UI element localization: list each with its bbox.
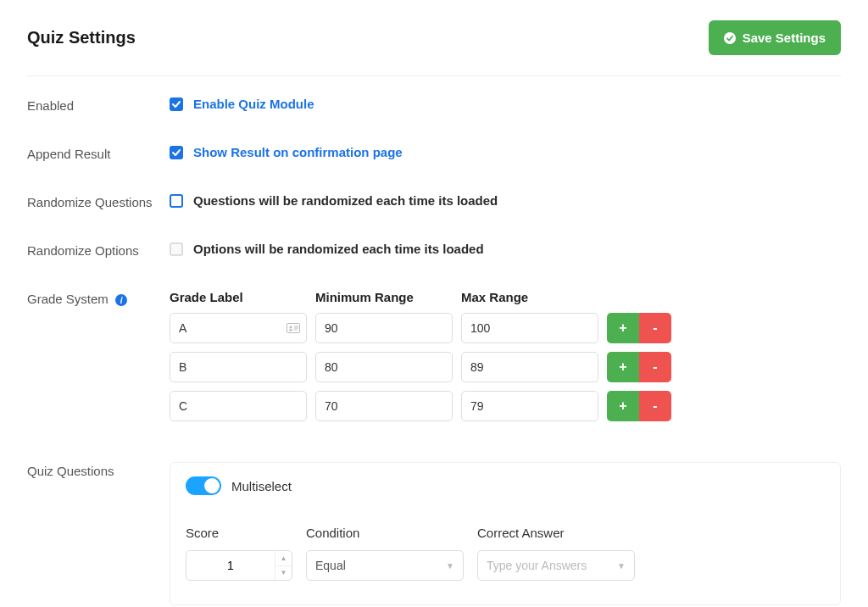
quiz-questions-panel: Multiselect Score Condition Correct Answ…: [170, 462, 841, 605]
grade-max-input[interactable]: [461, 352, 598, 382]
id-card-icon: [287, 323, 300, 333]
setting-label-enabled: Enabled: [27, 97, 170, 113]
grade-add-button[interactable]: +: [607, 391, 639, 421]
grade-header-row: Grade Label Minimum Range Max Range: [170, 290, 841, 304]
question-header-row: Score Condition Correct Answer: [186, 526, 825, 540]
grade-min-input[interactable]: [315, 352, 453, 382]
toggle-knob: [204, 478, 220, 493]
grade-max-input[interactable]: [461, 391, 598, 421]
question-col-condition: Condition: [306, 526, 464, 540]
grade-row: +-: [170, 313, 841, 343]
grade-remove-button[interactable]: -: [639, 352, 671, 382]
grade-system-text: Grade System: [27, 292, 108, 306]
multiselect-label: Multiselect: [231, 479, 292, 493]
setting-row-enabled: Enabled Enable Quiz Module: [27, 97, 841, 113]
chevron-down-icon: ▼: [446, 561, 454, 571]
grade-add-button[interactable]: +: [607, 313, 639, 343]
grade-remove-button[interactable]: -: [639, 313, 671, 343]
score-input-wrap: ▲ ▼: [186, 550, 292, 581]
save-settings-button[interactable]: Save Settings: [709, 20, 841, 55]
page-title: Quiz Settings: [27, 28, 136, 47]
save-button-label: Save Settings: [743, 31, 826, 45]
correct-answer-placeholder: Type your Answers: [487, 559, 587, 572]
grade-label-input[interactable]: [170, 352, 307, 382]
checkbox-randomize-options[interactable]: [170, 242, 183, 256]
svg-rect-5: [294, 330, 298, 331]
checkbox-label-randomize-options: Options will be randomized each time its…: [193, 242, 484, 256]
setting-label-quiz-questions: Quiz Questions: [27, 462, 170, 478]
setting-label-randomize-options: Randomize Options: [27, 242, 170, 258]
checkbox-label-enable-quiz: Enable Quiz Module: [193, 97, 314, 111]
grade-col-max: Max Range: [461, 290, 598, 304]
grade-add-button[interactable]: +: [607, 352, 639, 382]
question-col-answer: Correct Answer: [477, 526, 635, 540]
grade-label-input[interactable]: [170, 391, 307, 421]
svg-point-2: [289, 326, 292, 328]
correct-answer-select[interactable]: Type your Answers ▼: [477, 550, 635, 581]
setting-label-append-result: Append Result: [27, 145, 170, 161]
grade-row: +-: [170, 352, 841, 382]
condition-select[interactable]: Equal ▼: [306, 550, 464, 581]
svg-rect-3: [294, 326, 298, 327]
setting-row-grade-system: Grade System i Grade Label Minimum Range…: [27, 290, 841, 430]
setting-label-randomize-questions: Randomize Questions: [27, 193, 170, 209]
setting-row-randomize-questions: Randomize Questions Questions will be ra…: [27, 193, 841, 209]
setting-row-randomize-options: Randomize Options Options will be random…: [27, 242, 841, 258]
setting-row-quiz-questions: Quiz Questions Multiselect Score Conditi…: [27, 462, 841, 605]
question-row: ▲ ▼ Equal ▼ Type your Answers ▼: [186, 550, 825, 581]
checkbox-label-randomize-questions: Questions will be randomized each time i…: [193, 193, 498, 208]
multiselect-toggle[interactable]: [186, 476, 221, 495]
chevron-down-icon: ▼: [617, 561, 626, 571]
grade-col-min: Minimum Range: [315, 290, 453, 304]
checkbox-append-result[interactable]: [170, 146, 183, 159]
question-col-score: Score: [186, 526, 292, 540]
grade-min-input[interactable]: [315, 313, 453, 343]
condition-value: Equal: [315, 559, 346, 572]
grade-min-input[interactable]: [315, 391, 453, 421]
score-spinner: ▲ ▼: [275, 551, 292, 580]
svg-rect-4: [294, 328, 298, 329]
grade-row: +-: [170, 391, 841, 421]
checkbox-label-append-result: Show Result on confirmation page: [193, 145, 403, 159]
svg-point-0: [724, 32, 736, 44]
checkbox-enable-quiz[interactable]: [170, 97, 183, 111]
checkbox-randomize-questions[interactable]: [170, 194, 183, 208]
grade-max-input[interactable]: [461, 313, 598, 343]
check-circle-icon: [724, 32, 736, 44]
header-row: Quiz Settings Save Settings: [27, 20, 841, 76]
setting-label-grade-system: Grade System i: [27, 290, 170, 306]
setting-row-append-result: Append Result Show Result on confirmatio…: [27, 145, 841, 161]
grade-col-label: Grade Label: [170, 290, 307, 304]
grade-remove-button[interactable]: -: [639, 391, 671, 421]
score-step-up[interactable]: ▲: [275, 551, 292, 566]
score-step-down[interactable]: ▼: [275, 566, 292, 581]
info-icon[interactable]: i: [115, 294, 127, 306]
